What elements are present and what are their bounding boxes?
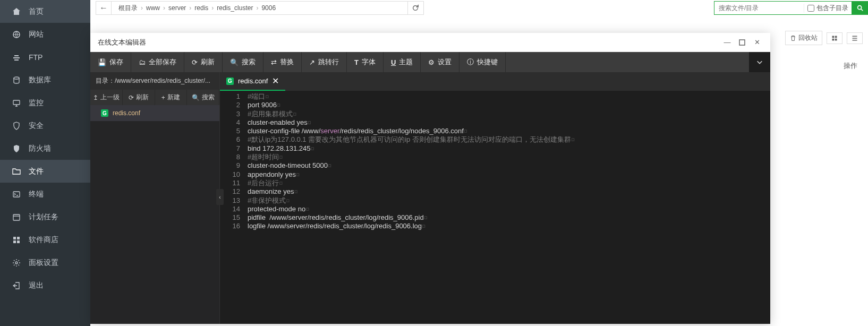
sidebar-label: 终端 bbox=[29, 190, 44, 199]
terminal-icon bbox=[12, 190, 21, 199]
sidebar-item-files[interactable]: 文件 bbox=[0, 160, 90, 183]
file-name: redis.conf bbox=[113, 109, 140, 117]
editor-tab[interactable]: G redis.conf ✕ bbox=[220, 72, 285, 91]
exit-icon bbox=[12, 281, 21, 290]
gear-icon bbox=[12, 258, 21, 268]
breadcrumb[interactable]: 根目录› www› server› redis› redis_cluster› … bbox=[112, 1, 408, 15]
svg-rect-6 bbox=[17, 237, 20, 239]
search-box: 包含子目录 bbox=[714, 1, 852, 15]
sidebar-label: 文件 bbox=[29, 167, 44, 176]
sidebar-item-store[interactable]: 软件商店 bbox=[0, 228, 90, 251]
search-input[interactable] bbox=[714, 4, 804, 12]
search-icon: 🔍 bbox=[230, 58, 239, 66]
editor-title: 在线文本编辑器 bbox=[98, 38, 146, 47]
maximize-button[interactable] bbox=[736, 37, 748, 48]
file-tool-new[interactable]: +新建 bbox=[155, 90, 188, 105]
tool-theme[interactable]: U主题 bbox=[384, 52, 421, 72]
plus-icon: + bbox=[161, 94, 165, 101]
search-button[interactable] bbox=[852, 1, 868, 15]
calendar-icon bbox=[12, 212, 21, 222]
file-item[interactable]: G redis.conf bbox=[90, 105, 219, 121]
crumb[interactable]: www bbox=[146, 4, 160, 12]
include-subdirs-checkbox[interactable]: 包含子目录 bbox=[804, 4, 852, 13]
panel-collapse-button[interactable]: ‹ bbox=[216, 189, 224, 205]
sidebar-item-site[interactable]: 网站 bbox=[0, 23, 90, 46]
list-view-button[interactable] bbox=[847, 32, 863, 44]
recycle-bin-button[interactable]: 回收站 bbox=[785, 31, 822, 45]
file-tool-refresh[interactable]: ⟳刷新 bbox=[123, 90, 155, 105]
sidebar-label: 网站 bbox=[29, 30, 44, 39]
code-lines[interactable]: #端口¤port 9006¤#启用集群模式¤cluster-enabled ye… bbox=[244, 91, 770, 324]
crumb[interactable]: redis_cluster bbox=[217, 4, 253, 12]
sidebar-label: 面板设置 bbox=[29, 258, 58, 268]
ftp-icon bbox=[12, 53, 21, 62]
sidebar-label: 监控 bbox=[29, 98, 44, 108]
tool-save-all[interactable]: 🗂全部保存 bbox=[131, 52, 184, 72]
svg-rect-12 bbox=[835, 36, 837, 38]
sidebar-item-settings[interactable]: 面板设置 bbox=[0, 251, 90, 274]
grid-view-button[interactable] bbox=[827, 32, 843, 44]
sidebar-item-security[interactable]: 安全 bbox=[0, 114, 90, 137]
svg-rect-13 bbox=[832, 38, 835, 40]
file-toolbar: ↥上一级 ⟳刷新 +新建 🔍搜索 bbox=[90, 90, 219, 105]
sidebar-label: FTP bbox=[29, 53, 42, 62]
tool-shortcuts[interactable]: ⓘ快捷键 bbox=[459, 52, 506, 72]
sidebar-item-exit[interactable]: 退出 bbox=[0, 274, 90, 297]
file-panel: 目录：/www/server/redis/redis_cluster/... ↥… bbox=[90, 72, 220, 324]
tool-goto-line[interactable]: ↗跳转行 bbox=[302, 52, 347, 72]
tool-search[interactable]: 🔍搜索 bbox=[223, 52, 263, 72]
refresh-button[interactable] bbox=[408, 1, 424, 15]
file-tool-search[interactable]: 🔍搜索 bbox=[187, 90, 219, 105]
svg-point-10 bbox=[858, 6, 862, 10]
tool-font[interactable]: T字体 bbox=[347, 52, 384, 72]
monitor-icon bbox=[12, 98, 21, 108]
tab-bar: G redis.conf ✕ bbox=[220, 72, 770, 91]
sidebar-item-monitor[interactable]: 监控 bbox=[0, 91, 90, 114]
crumb[interactable]: 9006 bbox=[261, 4, 276, 12]
info-icon: ⓘ bbox=[467, 57, 474, 67]
svg-rect-3 bbox=[13, 192, 20, 197]
ops-column-header: 操作 bbox=[844, 61, 857, 71]
replace-icon: ⇄ bbox=[271, 58, 277, 66]
tool-save[interactable]: 💾保存 bbox=[90, 52, 131, 72]
sidebar-item-cron[interactable]: 计划任务 bbox=[0, 205, 90, 228]
refresh-icon: ⟳ bbox=[129, 94, 134, 101]
tab-close-button[interactable]: ✕ bbox=[272, 76, 279, 86]
sidebar-item-firewall[interactable]: 防火墙 bbox=[0, 137, 90, 160]
svg-rect-7 bbox=[13, 241, 16, 243]
file-tool-up[interactable]: ↥上一级 bbox=[90, 90, 123, 105]
crumb[interactable]: server bbox=[168, 4, 186, 12]
refresh-icon: ⟳ bbox=[192, 58, 198, 66]
editor-titlebar[interactable]: 在线文本编辑器 — ✕ bbox=[90, 33, 770, 52]
crumb[interactable]: redis bbox=[194, 4, 208, 12]
tool-refresh[interactable]: ⟳刷新 bbox=[184, 52, 223, 72]
editor-body: 目录：/www/server/redis/redis_cluster/... ↥… bbox=[90, 72, 770, 324]
list-icon bbox=[852, 35, 858, 41]
crumb[interactable]: 根目录 bbox=[118, 4, 138, 13]
tool-replace[interactable]: ⇄替换 bbox=[263, 52, 302, 72]
sidebar-label: 计划任务 bbox=[29, 212, 58, 222]
close-button[interactable]: ✕ bbox=[751, 37, 763, 48]
svg-rect-8 bbox=[17, 241, 20, 243]
file-list: G redis.conf bbox=[90, 105, 219, 324]
include-subdirs-input[interactable] bbox=[807, 5, 814, 12]
right-actions: 回收站 bbox=[785, 31, 863, 45]
sidebar-item-ftp[interactable]: FTP bbox=[0, 46, 90, 68]
svg-rect-11 bbox=[832, 36, 835, 38]
goto-icon: ↗ bbox=[309, 58, 315, 66]
save-icon: 💾 bbox=[98, 58, 106, 66]
sidebar-item-home[interactable]: 首页 bbox=[0, 0, 90, 23]
code-content[interactable]: 12345678910111213141516 #端口¤port 9006¤#启… bbox=[220, 91, 770, 324]
sidebar-item-database[interactable]: 数据库 bbox=[0, 68, 90, 91]
tool-settings[interactable]: ⚙设置 bbox=[421, 52, 459, 72]
sidebar-label: 安全 bbox=[29, 121, 44, 131]
globe-icon bbox=[12, 30, 21, 39]
minimize-button[interactable]: — bbox=[721, 37, 733, 48]
nav-back-button[interactable]: ← bbox=[96, 1, 112, 15]
home-icon bbox=[12, 7, 21, 16]
svg-rect-14 bbox=[835, 38, 837, 40]
file-path-label: 目录：/www/server/redis/redis_cluster/... bbox=[90, 72, 219, 90]
sidebar-item-terminal[interactable]: 终端 bbox=[0, 183, 90, 205]
toolbar-collapse-button[interactable] bbox=[749, 52, 770, 72]
sidebar: 首页 网站 FTP 数据库 监控 安全 防火墙 文件 终端 计划任务 软件商店 bbox=[0, 0, 90, 326]
